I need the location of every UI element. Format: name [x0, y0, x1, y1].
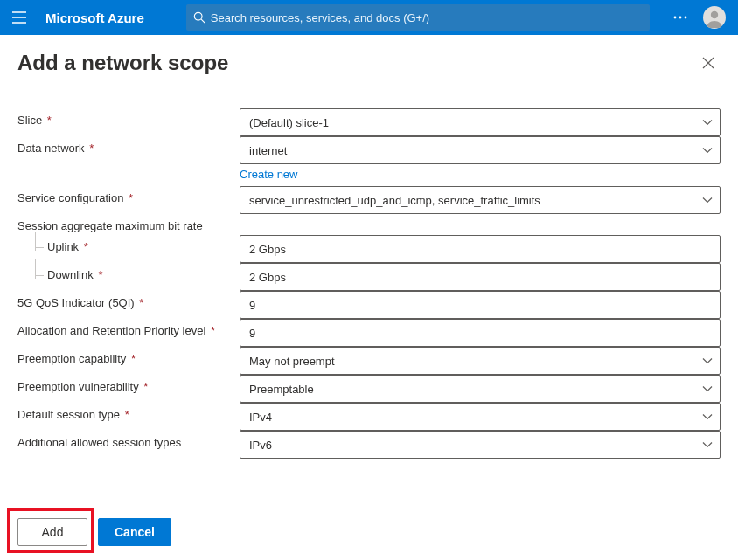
additional-session-types-value: IPv6: [249, 439, 272, 452]
qos-5qi-input[interactable]: 9: [240, 291, 721, 319]
chevron-down-icon: [702, 120, 713, 127]
svg-point-3: [679, 17, 682, 19]
cancel-button[interactable]: Cancel: [98, 518, 171, 546]
hamburger-icon: [12, 11, 26, 24]
qos-5qi-value: 9: [249, 299, 255, 312]
search-box[interactable]: [186, 4, 650, 31]
close-button[interactable]: [696, 51, 721, 75]
search-icon: [193, 11, 205, 24]
chevron-down-icon: [702, 386, 713, 393]
svg-line-1: [201, 19, 205, 23]
avatar[interactable]: [703, 6, 726, 29]
person-icon: [703, 6, 726, 29]
slice-value: (Default) slice-1: [249, 116, 329, 129]
svg-point-4: [685, 17, 687, 19]
search-wrap: [186, 4, 650, 31]
footer: Add Cancel: [0, 506, 738, 560]
additional-session-types-select[interactable]: IPv6: [240, 431, 721, 459]
preempt-cap-select[interactable]: May not preempt: [240, 347, 721, 375]
default-session-type-select[interactable]: IPv4: [240, 403, 721, 431]
hamburger-button[interactable]: [0, 0, 38, 35]
topbar-right: [670, 6, 738, 29]
panel: Add a network scope Slice * (Default) sl…: [0, 35, 738, 459]
more-button[interactable]: [670, 7, 691, 28]
ellipsis-icon: [673, 16, 687, 19]
arp-level-value: 9: [249, 327, 255, 340]
search-input[interactable]: [211, 11, 643, 24]
panel-head: Add a network scope: [17, 51, 721, 75]
arp-level-input[interactable]: 9: [240, 319, 721, 347]
data-network-select[interactable]: internet: [240, 136, 721, 164]
svg-point-2: [674, 17, 677, 19]
close-icon: [702, 57, 714, 69]
add-button[interactable]: Add: [17, 518, 87, 546]
service-config-label: Service configuration *: [17, 186, 234, 214]
form: Slice * (Default) slice-1 Data network *…: [17, 108, 721, 459]
uplink-value: 2 Gbps: [249, 243, 286, 256]
preempt-vuln-value: Preemptable: [249, 383, 314, 396]
slice-select[interactable]: (Default) slice-1: [240, 108, 721, 136]
default-session-type-value: IPv4: [249, 411, 272, 424]
svg-point-0: [194, 12, 202, 20]
chevron-down-icon: [702, 197, 713, 204]
downlink-label: Downlink *: [17, 263, 234, 291]
slice-label: Slice *: [17, 108, 234, 136]
page-title: Add a network scope: [17, 51, 228, 75]
chevron-down-icon: [702, 358, 713, 365]
data-network-value: internet: [249, 144, 287, 157]
preempt-vuln-label: Preemption vulnerability *: [17, 375, 234, 403]
svg-point-5: [711, 11, 718, 18]
arp-level-label: Allocation and Retention Priority level …: [17, 319, 234, 347]
additional-session-types-label: Additional allowed session types: [17, 431, 234, 459]
chevron-down-icon: [702, 148, 713, 155]
uplink-input[interactable]: 2 Gbps: [240, 235, 721, 263]
create-new-link[interactable]: Create new: [240, 168, 297, 181]
service-config-select[interactable]: service_unrestricted_udp_and_icmp, servi…: [240, 186, 721, 214]
preempt-vuln-select[interactable]: Preemptable: [240, 375, 721, 403]
topbar: Microsoft Azure: [0, 0, 738, 35]
default-session-type-label: Default session type *: [17, 403, 234, 431]
preempt-cap-value: May not preempt: [249, 355, 335, 368]
uplink-label: Uplink *: [17, 235, 234, 263]
qos-5qi-label: 5G QoS Indicator (5QI) *: [17, 291, 234, 319]
downlink-input[interactable]: 2 Gbps: [240, 263, 721, 291]
downlink-value: 2 Gbps: [249, 271, 286, 284]
preempt-cap-label: Preemption capability *: [17, 347, 234, 375]
data-network-label: Data network *: [17, 136, 234, 164]
chevron-down-icon: [702, 442, 713, 449]
brand-label: Microsoft Azure: [45, 10, 144, 25]
service-config-value: service_unrestricted_udp_and_icmp, servi…: [249, 194, 540, 207]
chevron-down-icon: [702, 414, 713, 421]
session-aggregate-heading: Session aggregate maximum bit rate: [17, 216, 721, 235]
